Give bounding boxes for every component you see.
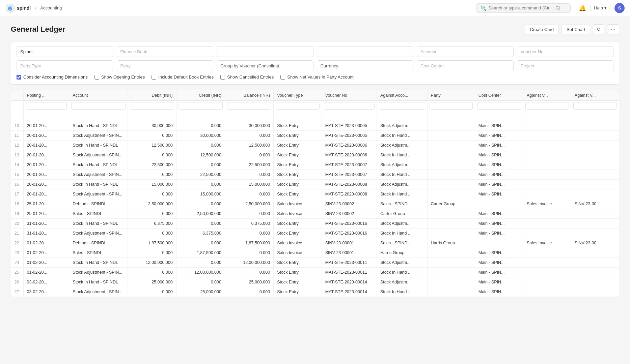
cell-posting: 20-01-20...	[23, 150, 69, 160]
logo[interactable]: 🌀 spindl	[5, 3, 31, 13]
cell-idx: 13	[11, 150, 23, 160]
table-row[interactable]: 1925-01-20...Sales - SPINDL0.0002,50,000…	[11, 209, 619, 219]
col-header-against-v2: Against V...	[571, 90, 619, 101]
currency-select[interactable]: Currency	[317, 60, 414, 71]
cell-cost_center: Main - SPIN...	[475, 248, 523, 258]
cell-party	[427, 131, 475, 141]
cell-balance: 1,87,500.000	[225, 238, 273, 248]
table-row[interactable]: -	[11, 111, 619, 121]
table-row[interactable]: 1420-01-20...Stock In Hand - SPINDL22,50…	[11, 160, 619, 170]
cell-against_v2	[571, 258, 619, 268]
cell-posting: 20-01-20...	[23, 180, 69, 189]
account-input[interactable]	[417, 46, 514, 57]
show-net-values-checkbox[interactable]: Show Net Values in Party Account	[280, 74, 353, 80]
cell-account: Stock In Hand - SPINDL	[69, 219, 128, 229]
party-type-input[interactable]	[17, 60, 113, 71]
cell-credit: 0.000	[176, 199, 225, 209]
cell-idx: 20	[11, 219, 23, 229]
cell-cost_center: Main - SPIN...	[475, 150, 523, 160]
col-filter-balance[interactable]	[227, 102, 271, 110]
set-chart-button[interactable]: Set Chart	[561, 25, 590, 34]
ledger-table-container: Posting ... Account Debit (INR) Credit (…	[11, 90, 619, 297]
col-filter-posting[interactable]	[26, 102, 67, 110]
cell-balance: 22,500.000	[225, 160, 273, 170]
table-row[interactable]: 1320-01-20...Stock Adjustment - SPIN...0…	[11, 150, 619, 160]
cell-against_v2	[571, 160, 619, 170]
cell-against_v1	[523, 121, 571, 131]
table-row[interactable]: 2131-01-20...Stock Adjustment - SPIN...0…	[11, 229, 619, 238]
cell-against_acco: Stock Adjustm...	[377, 141, 427, 150]
cell-account: Stock Adjustment - SPIN...	[69, 287, 128, 297]
show-cancelled-entries-checkbox[interactable]: Show Cancelled Entries	[220, 74, 274, 80]
table-row[interactable]: 1120-01-20...Stock Adjustment - SPIN...0…	[11, 131, 619, 141]
table-row[interactable]: 1020-01-20...Stock In Hand - SPINDL30,00…	[11, 121, 619, 131]
col-filter-voucher-type[interactable]	[276, 102, 320, 110]
include-default-book-entries-checkbox[interactable]: Include Default Book Entries	[152, 74, 214, 80]
table-row[interactable]: 1720-01-20...Stock Adjustment - SPIN...0…	[11, 189, 619, 199]
avatar[interactable]: S	[614, 3, 625, 13]
cell-against_v2	[571, 141, 619, 150]
col-filter-voucher-no[interactable]	[324, 102, 375, 110]
table-row[interactable]: 1825-01-20...Debtors - SPINDL2,50,000.00…	[11, 199, 619, 209]
cell-against_acco: Stock In Hand ...	[377, 170, 427, 180]
finance-book-input[interactable]	[117, 46, 214, 57]
table-row[interactable]: 1220-01-20...Stock In Hand - SPINDL12,50…	[11, 141, 619, 150]
cell-voucher_type: Sales Invoice	[274, 238, 322, 248]
consider-accounting-dimensions-checkbox[interactable]: Consider Accounting Dimensions	[17, 74, 88, 80]
table-row[interactable]: 2603-02-20...Stock In Hand - SPINDL25,00…	[11, 277, 619, 287]
cell-credit: 0.000	[176, 219, 225, 229]
table-row[interactable]: 2031-01-20...Stock In Hand - SPINDL6,375…	[11, 219, 619, 229]
cell-against_v2	[571, 219, 619, 229]
project-input[interactable]	[517, 60, 614, 71]
cell-against_v2: SINV-23-00...	[571, 199, 619, 209]
col-filter-account[interactable]	[71, 102, 125, 110]
party-input[interactable]	[117, 60, 214, 71]
cell-against_v1	[523, 141, 571, 150]
cell-voucher_type: Stock Entry	[274, 150, 322, 160]
col-filter-debit[interactable]	[130, 102, 174, 110]
col-filter-against-v2[interactable]	[573, 102, 617, 110]
table-row[interactable]: 2401-02-20...Stock In Hand - SPINDL12,00…	[11, 258, 619, 268]
col-filter-against-acco[interactable]	[379, 102, 425, 110]
more-options-button[interactable]: ⋯	[607, 24, 619, 34]
table-row[interactable]: 1520-01-20...Stock Adjustment - SPIN...0…	[11, 170, 619, 180]
cell-posting: 01-02-20...	[23, 258, 69, 268]
notifications-button[interactable]: 🔔	[579, 4, 586, 12]
cell-posting: 20-01-20...	[23, 121, 69, 131]
table-row[interactable]: 2501-02-20...Stock Adjustment - SPIN...0…	[11, 268, 619, 277]
table-row[interactable]: 1620-01-20...Stock In Hand - SPINDL15,00…	[11, 180, 619, 189]
cell-against_v1	[523, 277, 571, 287]
cell-voucher_no: MAT-STE-2023-00007	[322, 160, 377, 170]
cost-center-input[interactable]	[417, 60, 514, 71]
to-date-input[interactable]: 20-02-2023	[317, 46, 414, 57]
company-input[interactable]	[17, 46, 113, 57]
from-date-input[interactable]: 20-01-2023	[217, 46, 313, 57]
cell-credit: 6,375.000	[176, 229, 225, 238]
cell-against_acco: Sales - SPINDL	[377, 238, 427, 248]
cell-voucher_no: MAT-STE-2023-00014	[322, 287, 377, 297]
show-opening-entries-checkbox[interactable]: Show Opening Entries	[94, 74, 145, 80]
cell-voucher_no: MAT-STE-2023-00005	[322, 121, 377, 131]
cell-posting: 01-02-20...	[23, 268, 69, 277]
cell-against_v2	[571, 209, 619, 219]
search-input[interactable]	[488, 5, 566, 10]
create-card-button[interactable]: Create Card	[525, 25, 559, 34]
refresh-button[interactable]: ↻	[593, 24, 604, 34]
cell-against_acco: Stock In Hand ...	[377, 229, 427, 238]
cell-voucher_no: MAT-STE-2023-00008	[322, 180, 377, 189]
cell-party	[427, 277, 475, 287]
cell-balance: 6,375.000	[225, 219, 273, 229]
col-filter-credit[interactable]	[179, 102, 223, 110]
table-row[interactable]: 2201-02-20...Debtors - SPINDL1,87,500.00…	[11, 238, 619, 248]
table-row[interactable]: 2301-02-20...Sales - SPINDL0.0001,87,500…	[11, 248, 619, 258]
col-filter-against-v1[interactable]	[525, 102, 569, 110]
cell-against_v1	[523, 170, 571, 180]
search-bar[interactable]: 🔍	[476, 3, 571, 13]
col-filter-party[interactable]	[430, 102, 473, 110]
col-filter-cost-center[interactable]	[477, 102, 521, 110]
voucher-no-input[interactable]	[517, 46, 614, 57]
help-button[interactable]: Help ▾	[590, 4, 610, 12]
table-row[interactable]: 2703-02-20...Stock Adjustment - SPIN...0…	[11, 287, 619, 297]
group-by-select[interactable]: Group by Voucher (Consolidat...	[217, 60, 313, 71]
cell-account: Stock In Hand - SPINDL	[69, 277, 128, 287]
